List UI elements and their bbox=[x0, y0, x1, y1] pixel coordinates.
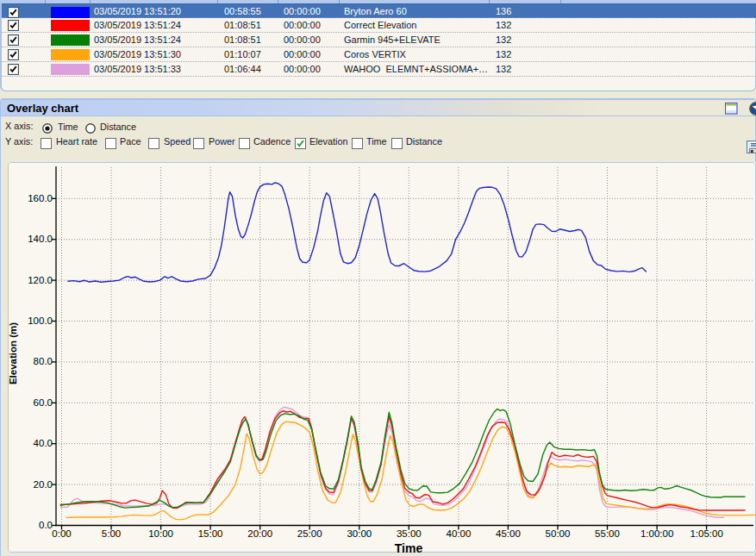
svg-text:1:00:00: 1:00:00 bbox=[640, 528, 673, 539]
svg-text:35:00: 35:00 bbox=[397, 528, 422, 539]
svg-text:120.0: 120.0 bbox=[28, 275, 53, 285]
svg-text:40.0: 40.0 bbox=[34, 438, 53, 448]
svg-text:5:00: 5:00 bbox=[102, 528, 121, 539]
svg-text:100.0: 100.0 bbox=[28, 315, 53, 326]
svg-text:Elevation (m): Elevation (m) bbox=[8, 322, 18, 384]
svg-text:140.0: 140.0 bbox=[28, 234, 53, 244]
svg-text:160.0: 160.0 bbox=[28, 193, 53, 203]
svg-text:25:00: 25:00 bbox=[297, 528, 322, 539]
svg-text:50:00: 50:00 bbox=[546, 528, 571, 539]
svg-text:1:05:00: 1:05:00 bbox=[690, 528, 722, 539]
svg-text:0:00: 0:00 bbox=[52, 528, 71, 539]
svg-text:Time: Time bbox=[395, 541, 423, 553]
svg-text:60.0: 60.0 bbox=[34, 397, 53, 408]
svg-text:0.0: 0.0 bbox=[39, 520, 53, 530]
svg-text:10:00: 10:00 bbox=[148, 528, 173, 539]
svg-text:40:00: 40:00 bbox=[447, 528, 472, 539]
svg-text:80.0: 80.0 bbox=[34, 356, 53, 366]
svg-text:20:00: 20:00 bbox=[247, 528, 272, 539]
svg-text:45:00: 45:00 bbox=[496, 528, 521, 539]
svg-text:30:00: 30:00 bbox=[347, 528, 372, 539]
svg-text:20.0: 20.0 bbox=[34, 479, 53, 490]
svg-text:15:00: 15:00 bbox=[198, 528, 223, 539]
svg-text:55:00: 55:00 bbox=[595, 528, 620, 539]
